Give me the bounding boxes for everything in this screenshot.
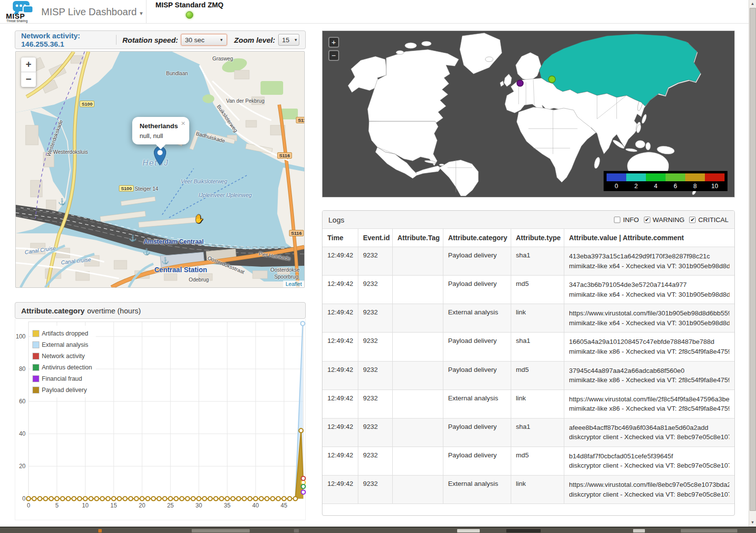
legend-swatch-icon <box>32 353 39 360</box>
column-header: Event.id <box>358 229 392 247</box>
attribute-comment: mimikatz-like x64 - Xchecked via VT: 301… <box>569 290 730 300</box>
popup-body: null, null <box>140 132 185 140</box>
log-time: 12:49:42 <box>322 390 358 418</box>
taskbar-item <box>681 529 737 533</box>
legend-item: Artifacts dropped <box>32 328 92 339</box>
svg-text:0: 0 <box>22 495 26 502</box>
zmq-label: MISP Standard ZMQ <box>146 1 233 9</box>
log-type: link <box>511 476 564 504</box>
log-value: 413eba3973a15c1a6429d9f170f3e8287f98c21c… <box>564 247 734 276</box>
filter-label: INFO <box>623 216 639 224</box>
attribute-comment: diskcryptor client - Xchecked via VT: 8e… <box>569 490 730 500</box>
log-category: External analysis <box>443 476 511 504</box>
rotation-speed-select[interactable]: 30 sec ▼ <box>181 34 227 46</box>
column-header: Attribute.value | Attribute.comment <box>564 229 734 247</box>
header-divider <box>116 35 116 45</box>
log-row: 12:49:429232Payload deliverymd5b14d8faf7… <box>322 447 734 475</box>
legend-item: External analysis <box>32 339 92 350</box>
filter-label: WARNING <box>653 216 685 224</box>
svg-text:80: 80 <box>19 365 26 372</box>
network-activity-header: Network activity: 146.255.36.1 Rotation … <box>15 30 306 49</box>
chevron-down-icon: ▾ <box>140 10 143 17</box>
log-type: link <box>511 390 564 418</box>
world-map-zoom-in-button[interactable]: + <box>328 37 339 48</box>
filter-info[interactable]: INFO <box>614 216 639 224</box>
log-tag <box>392 247 443 276</box>
attribute-comment: mimikatz-like x64 - Xchecked via VT: 301… <box>569 261 730 271</box>
map-zoom-in-button[interactable]: + <box>21 57 36 72</box>
log-event-id: 9232 <box>358 304 392 333</box>
page-scrollbar[interactable]: ▲ ▼ <box>749 0 756 527</box>
map-popup: Netherlands null, null × <box>132 117 189 144</box>
svg-text:40: 40 <box>19 430 26 437</box>
legend-label: Payload delivery <box>42 387 87 393</box>
world-map[interactable]: + − 0246810 <box>322 30 735 197</box>
legend-color-swatch <box>607 173 626 181</box>
legend-label: External analysis <box>42 341 88 348</box>
world-map-zoom-out-button[interactable]: − <box>328 50 339 61</box>
checked-checkbox-icon[interactable]: ✔ <box>689 217 696 223</box>
filter-warning[interactable]: ✔WARNING <box>644 216 685 224</box>
log-event-id: 9232 <box>358 418 392 447</box>
unchecked-checkbox-icon[interactable] <box>614 217 620 223</box>
log-tag <box>392 418 443 447</box>
column-header: Time <box>322 229 358 247</box>
legend-tick-label: 0 <box>607 181 626 190</box>
select-caret-icon: ▼ <box>219 38 223 42</box>
filter-label: CRITICAL <box>698 216 728 224</box>
filter-critical[interactable]: ✔CRITICAL <box>689 216 728 224</box>
zoom-level-value: 15 <box>282 36 290 44</box>
log-time: 12:49:42 <box>322 361 358 390</box>
street-map[interactable]: S100S100Steiger 14S116S116S11Westerdoksl… <box>15 51 305 288</box>
attribute-value: 37945c44a897aa42a66adcab68f560e0 <box>569 366 730 376</box>
popup-close-icon[interactable]: × <box>181 119 185 127</box>
attribute-comment: mimikatz-like x86 - Xchecked via VT: 2f8… <box>569 404 730 414</box>
svg-text:60: 60 <box>19 398 26 405</box>
zoom-level-select[interactable]: 15 ▼ <box>278 34 299 46</box>
log-value: https://www.virustotal.com/file/8ebc97e0… <box>564 476 734 504</box>
log-value: https://www.virustotal.com/file/301b905e… <box>564 304 734 333</box>
taskbar-item <box>98 529 102 533</box>
attribute-comment: diskcryptor client - Xchecked via VT: 8e… <box>569 432 730 442</box>
checked-checkbox-icon[interactable]: ✔ <box>644 217 650 223</box>
leaflet-attribution-link[interactable]: Leaflet <box>283 281 304 287</box>
legend-tick-label: 10 <box>705 181 725 190</box>
log-row: 12:49:429232External analysislinkhttps:/… <box>322 476 734 504</box>
attribute-comment: mimikatz-like x86 - Xchecked via VT: 2f8… <box>569 375 730 385</box>
log-value: 347ac3b6b791054de3e5720a7144a977mimikatz… <box>564 276 734 304</box>
log-row: 12:49:429232Payload deliverymd537945c44a… <box>322 361 734 390</box>
log-category: Payload delivery <box>443 361 511 390</box>
log-tag <box>392 333 443 361</box>
taskbar-item <box>192 529 250 533</box>
legend-item: Payload delivery <box>32 384 92 395</box>
logs-table-header-row: TimeEvent.idAttribute.TagAttribute.categ… <box>322 229 734 247</box>
svg-text:100: 100 <box>16 333 26 340</box>
log-type: md5 <box>511 276 564 304</box>
zoom-level-label: Zoom level: <box>234 36 275 44</box>
legend-item: Financial fraud <box>32 373 92 384</box>
dashboard-title: MISP Live Dashboard <box>41 6 137 17</box>
legend-color-swatch <box>626 173 646 181</box>
scrollbar-down-arrow-icon[interactable]: ▼ <box>749 519 756 527</box>
legend-label: Network activity <box>42 353 85 360</box>
legend-tick-label: 8 <box>685 181 705 190</box>
misp-logo-icon: MISP Threat Sharing <box>6 1 36 23</box>
dashboard-dropdown[interactable]: MISP Live Dashboard▾ <box>41 0 143 24</box>
log-event-id: 9232 <box>358 447 392 475</box>
log-category: External analysis <box>443 390 511 418</box>
street-map-graphics <box>16 52 304 287</box>
os-taskbar[interactable] <box>0 527 756 533</box>
attribute-value: https://www.virustotal.com/file/8ebc97e0… <box>569 480 730 490</box>
legend-color-swatch <box>685 173 705 181</box>
scrollbar-up-arrow-icon[interactable]: ▲ <box>749 0 756 8</box>
rotation-speed-label: Rotation speed: <box>122 36 178 44</box>
map-zoom-out-button[interactable]: − <box>21 72 36 87</box>
log-event-id: 9232 <box>358 476 392 504</box>
log-tag <box>392 390 443 418</box>
log-value: https://www.virustotal.com/file/2f8c54f9… <box>564 390 734 418</box>
log-event-id: 9232 <box>358 390 392 418</box>
legend-tick-label: 4 <box>646 181 666 190</box>
scrollbar-thumb[interactable] <box>750 8 756 511</box>
log-time: 12:49:42 <box>322 447 358 475</box>
log-category: Payload delivery <box>443 247 511 276</box>
